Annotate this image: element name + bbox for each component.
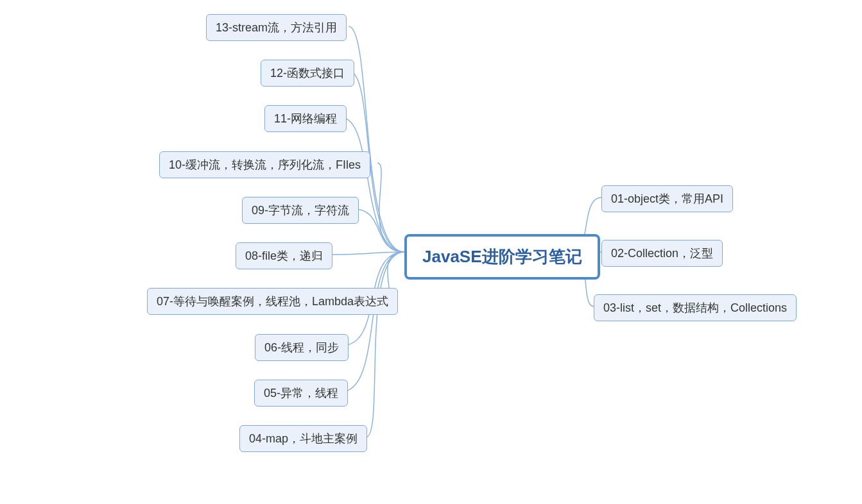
node-02-collection[interactable]: 02-Collection，泛型	[601, 240, 723, 267]
node-09-byte[interactable]: 09-字节流，字符流	[242, 197, 359, 224]
node-05-exception[interactable]: 05-异常，线程	[254, 380, 348, 407]
mindmap-root[interactable]: JavaSE进阶学习笔记	[404, 234, 600, 280]
node-label: 06-线程，同步	[264, 340, 339, 355]
node-10-buffer[interactable]: 10-缓冲流，转换流，序列化流，FIles	[159, 151, 370, 178]
node-08-file[interactable]: 08-file类，递归	[236, 242, 332, 269]
node-label: 13-stream流，方法引用	[216, 20, 337, 35]
node-01-object[interactable]: 01-object类，常用API	[601, 185, 733, 212]
node-label: 02-Collection，泛型	[611, 246, 713, 261]
node-label: 03-list，set，数据结构，Collections	[603, 300, 787, 315]
node-12-functional[interactable]: 12-函数式接口	[261, 60, 354, 87]
node-label: 08-file类，递归	[245, 248, 323, 264]
node-04-map[interactable]: 04-map，斗地主案例	[239, 425, 367, 452]
node-07-wait[interactable]: 07-等待与唤醒案例，线程池，Lambda表达式	[147, 288, 398, 315]
node-label: 11-网络编程	[274, 111, 337, 126]
root-label: JavaSE进阶学习笔记	[422, 246, 582, 268]
node-label: 05-异常，线程	[264, 385, 338, 401]
node-06-thread[interactable]: 06-线程，同步	[255, 334, 349, 361]
node-03-list[interactable]: 03-list，set，数据结构，Collections	[594, 294, 797, 321]
node-label: 04-map，斗地主案例	[249, 431, 358, 446]
node-label: 07-等待与唤醒案例，线程池，Lambda表达式	[157, 294, 388, 309]
node-label: 01-object类，常用API	[611, 191, 723, 206]
node-label: 10-缓冲流，转换流，序列化流，FIles	[169, 157, 361, 172]
node-11-network[interactable]: 11-网络编程	[264, 105, 347, 132]
node-label: 12-函数式接口	[270, 65, 345, 81]
node-13-stream[interactable]: 13-stream流，方法引用	[206, 14, 347, 41]
node-label: 09-字节流，字符流	[252, 203, 349, 218]
